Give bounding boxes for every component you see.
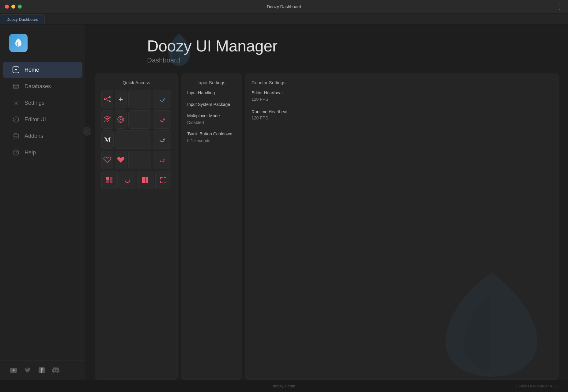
tab-label: Doozy Dashboard: [6, 17, 38, 22]
quick-access-grid: +: [101, 90, 171, 189]
svg-rect-28: [110, 180, 112, 183]
collapse-icon: ‹: [86, 129, 88, 134]
maximize-button[interactable]: [18, 5, 22, 9]
m-button[interactable]: M: [101, 130, 114, 149]
svg-rect-7: [13, 134, 19, 138]
input-handling-title: Input Handling: [187, 90, 236, 96]
reactor-settings-card: Reactor Settings Editor Heartbeat 120 FP…: [245, 74, 559, 380]
refresh-button-2[interactable]: [153, 110, 171, 129]
refresh-button-5[interactable]: [119, 171, 136, 189]
quick-access-card: Quick Access: [95, 74, 178, 380]
window-title: Doozy Dashboard: [267, 4, 301, 9]
spacer-3: [115, 130, 151, 149]
menu-icon[interactable]: ⋮: [556, 3, 563, 10]
help-label: Help: [25, 149, 36, 156]
sidebar-header: [0, 24, 85, 58]
runtime-heartbeat-value: 120 FPS: [252, 115, 552, 120]
sidebar-item-addons[interactable]: Addons: [3, 128, 82, 144]
reactor-settings-title: Reactor Settings: [252, 80, 552, 85]
nodes-button[interactable]: [101, 90, 113, 108]
layout-button-2[interactable]: [137, 171, 153, 189]
databases-icon: [12, 83, 20, 90]
home-icon: [12, 66, 20, 74]
multiplayer-mode-item: Multiplayer Mode Disabled: [187, 113, 236, 126]
svg-text:?: ?: [15, 150, 17, 155]
svg-rect-25: [106, 177, 109, 180]
sidebar-item-home[interactable]: Home: [3, 62, 82, 78]
editor-heartbeat-item: Editor Heartbeat 120 FPS: [252, 90, 552, 102]
sidebar: ‹ Home: [0, 24, 86, 380]
svg-point-3: [13, 84, 18, 86]
facebook-icon[interactable]: [37, 367, 46, 374]
window-controls[interactable]: [5, 5, 22, 9]
sidebar-item-help[interactable]: ? Help: [3, 145, 82, 160]
input-settings-title: Input Settings: [187, 80, 236, 85]
input-settings-card: Input Settings Input Handling Input Syst…: [181, 74, 242, 380]
editor-ui-label: Editor UI: [25, 116, 46, 123]
databases-label: Databases: [25, 83, 51, 90]
svg-point-15: [174, 48, 185, 59]
sidebar-item-settings[interactable]: Settings: [3, 95, 82, 111]
svg-point-16: [104, 98, 106, 100]
discord-icon[interactable]: [51, 367, 60, 374]
svg-point-18: [109, 100, 111, 102]
heart-filled-button[interactable]: [115, 151, 127, 169]
svg-point-24: [120, 119, 122, 120]
svg-rect-31: [146, 180, 148, 183]
sidebar-item-databases[interactable]: Databases: [3, 78, 82, 94]
settings-label: Settings: [25, 100, 44, 106]
spacer-1: [128, 90, 151, 108]
svg-rect-26: [110, 177, 112, 180]
addons-icon: [12, 132, 20, 140]
wifi-button[interactable]: [101, 110, 113, 129]
refresh-button-3[interactable]: [153, 130, 171, 149]
app-logo: [9, 34, 28, 52]
heart-outline-button[interactable]: [101, 151, 113, 169]
close-button[interactable]: [5, 5, 9, 9]
runtime-heartbeat-title: Runtime Heartbeat: [252, 109, 552, 115]
qa-row-3: M: [101, 130, 171, 149]
minimize-button[interactable]: [11, 5, 15, 9]
target-button[interactable]: [115, 110, 127, 129]
sidebar-footer: [0, 360, 85, 380]
svg-line-20: [106, 100, 109, 101]
quick-access-title: Quick Access: [101, 80, 171, 85]
refresh-button-4[interactable]: [153, 151, 171, 169]
tab-bar: Doozy Dashboard: [0, 13, 568, 24]
svg-rect-27: [106, 180, 109, 183]
input-system-package-title: Input System Package: [187, 102, 236, 108]
refresh-button-1[interactable]: [153, 90, 171, 108]
runtime-heartbeat-item: Runtime Heartbeat 120 FPS: [252, 109, 552, 121]
footer-url: doozyui.com: [273, 384, 295, 388]
layout-button-1[interactable]: [101, 171, 118, 189]
qa-row-2: [101, 110, 171, 129]
svg-point-4: [15, 102, 17, 104]
dashboard-cards: Quick Access: [86, 74, 568, 380]
twitter-icon[interactable]: [23, 367, 32, 374]
youtube-icon[interactable]: [9, 367, 18, 374]
tab-dashboard[interactable]: Doozy Dashboard: [0, 14, 45, 24]
content-area: Doozy UI Manager Dashboard Quick Access: [86, 24, 568, 380]
spacer-4: [128, 151, 151, 169]
input-handling-item: Input Handling: [187, 90, 236, 96]
svg-point-2: [15, 69, 17, 70]
sidebar-nav: Home Databases: [0, 58, 85, 360]
sidebar-collapse-button[interactable]: ‹: [83, 127, 91, 136]
svg-line-19: [106, 97, 109, 99]
svg-rect-8: [14, 136, 16, 137]
expand-button[interactable]: [155, 171, 172, 189]
svg-point-17: [109, 96, 111, 98]
main-layout: ‹ Home: [0, 24, 568, 380]
back-button-cooldown-item: 'Back' Button Cooldown 0.1 seconds: [187, 131, 236, 144]
hero-section: Doozy UI Manager Dashboard: [86, 24, 568, 74]
svg-text:€: €: [15, 118, 17, 122]
add-button[interactable]: +: [115, 90, 127, 108]
svg-rect-30: [146, 177, 148, 180]
editor-ui-icon: €: [12, 116, 20, 123]
sidebar-item-editor-ui[interactable]: € Editor UI: [3, 111, 82, 127]
svg-rect-29: [142, 177, 145, 183]
addons-label: Addons: [25, 133, 43, 139]
home-label: Home: [25, 67, 39, 73]
svg-rect-9: [16, 136, 17, 137]
settings-icon: [12, 99, 20, 107]
